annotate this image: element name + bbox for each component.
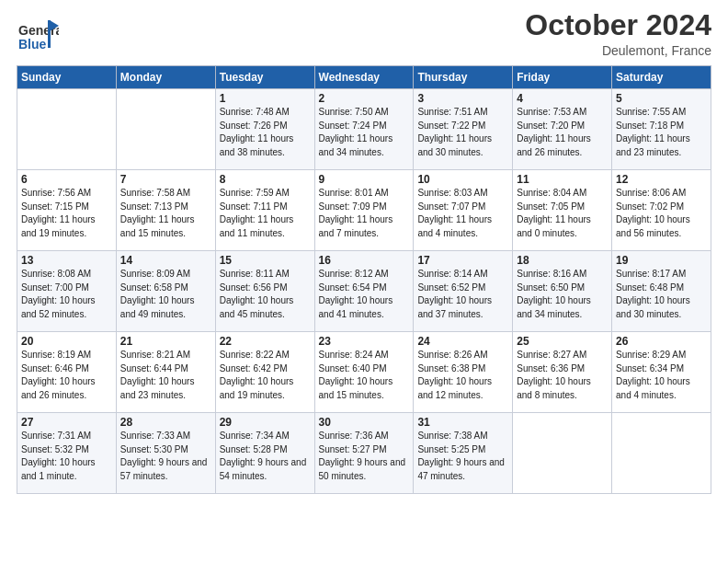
day-info: Sunrise: 7:51 AMSunset: 7:22 PMDaylight:…	[417, 106, 508, 159]
calendar-cell: 28Sunrise: 7:33 AMSunset: 5:30 PMDayligh…	[116, 413, 215, 494]
day-number: 20	[21, 335, 112, 348]
day-number: 8	[220, 173, 311, 186]
day-info: Sunrise: 7:33 AMSunset: 5:30 PMDaylight:…	[120, 430, 211, 483]
day-info: Sunrise: 7:50 AMSunset: 7:24 PMDaylight:…	[319, 106, 410, 159]
week-row-4: 27Sunrise: 7:31 AMSunset: 5:32 PMDayligh…	[17, 413, 711, 494]
calendar-cell: 12Sunrise: 8:06 AMSunset: 7:02 PMDayligh…	[612, 170, 711, 251]
page-header: General Blue October 2024 Deulemont, Fra…	[17, 9, 711, 58]
day-info: Sunrise: 8:24 AMSunset: 6:40 PMDaylight:…	[319, 349, 410, 402]
calendar-cell: 4Sunrise: 7:53 AMSunset: 7:20 PMDaylight…	[513, 89, 612, 170]
calendar-cell	[612, 413, 711, 494]
day-info: Sunrise: 7:56 AMSunset: 7:15 PMDaylight:…	[21, 187, 112, 240]
day-info: Sunrise: 7:59 AMSunset: 7:11 PMDaylight:…	[220, 187, 311, 240]
day-info: Sunrise: 8:29 AMSunset: 6:34 PMDaylight:…	[616, 349, 707, 402]
calendar-cell: 20Sunrise: 8:19 AMSunset: 6:46 PMDayligh…	[17, 332, 117, 413]
day-info: Sunrise: 8:16 AMSunset: 6:50 PMDaylight:…	[517, 268, 608, 321]
calendar-cell: 26Sunrise: 8:29 AMSunset: 6:34 PMDayligh…	[612, 332, 711, 413]
day-info: Sunrise: 7:48 AMSunset: 7:26 PMDaylight:…	[220, 106, 311, 159]
day-number: 29	[220, 416, 311, 429]
calendar-cell: 22Sunrise: 8:22 AMSunset: 6:42 PMDayligh…	[215, 332, 314, 413]
week-row-3: 20Sunrise: 8:19 AMSunset: 6:46 PMDayligh…	[17, 332, 711, 413]
day-number: 31	[417, 416, 508, 429]
calendar-cell: 2Sunrise: 7:50 AMSunset: 7:24 PMDaylight…	[314, 89, 414, 170]
day-info: Sunrise: 7:55 AMSunset: 7:18 PMDaylight:…	[616, 106, 707, 159]
day-number: 27	[21, 416, 112, 429]
day-number: 17	[417, 254, 508, 267]
day-number: 2	[319, 92, 410, 105]
calendar-cell: 5Sunrise: 7:55 AMSunset: 7:18 PMDaylight…	[612, 89, 711, 170]
day-info: Sunrise: 8:03 AMSunset: 7:07 PMDaylight:…	[417, 187, 508, 240]
calendar-cell: 25Sunrise: 8:27 AMSunset: 6:36 PMDayligh…	[513, 332, 612, 413]
day-number: 15	[220, 254, 311, 267]
weekday-tuesday: Tuesday	[215, 66, 314, 89]
calendar-cell: 1Sunrise: 7:48 AMSunset: 7:26 PMDaylight…	[215, 89, 314, 170]
day-number: 6	[21, 173, 112, 186]
calendar-cell: 23Sunrise: 8:24 AMSunset: 6:40 PMDayligh…	[314, 332, 414, 413]
calendar-page: General Blue October 2024 Deulemont, Fra…	[0, 0, 728, 563]
day-number: 19	[616, 254, 707, 267]
day-info: Sunrise: 7:58 AMSunset: 7:13 PMDaylight:…	[120, 187, 211, 240]
calendar-cell	[513, 413, 612, 494]
day-number: 4	[517, 92, 608, 105]
day-info: Sunrise: 7:36 AMSunset: 5:27 PMDaylight:…	[319, 430, 410, 483]
calendar-cell: 17Sunrise: 8:14 AMSunset: 6:52 PMDayligh…	[414, 251, 513, 332]
day-number: 28	[120, 416, 211, 429]
calendar-cell: 27Sunrise: 7:31 AMSunset: 5:32 PMDayligh…	[17, 413, 117, 494]
day-number: 14	[120, 254, 211, 267]
svg-rect-3	[48, 20, 51, 48]
svg-text:Blue: Blue	[18, 37, 47, 52]
day-number: 1	[220, 92, 311, 105]
day-number: 23	[319, 335, 410, 348]
calendar-cell: 13Sunrise: 8:08 AMSunset: 7:00 PMDayligh…	[17, 251, 117, 332]
calendar-table: SundayMondayTuesdayWednesdayThursdayFrid…	[17, 65, 711, 494]
title-block: October 2024 Deulemont, France	[525, 9, 711, 58]
day-info: Sunrise: 8:19 AMSunset: 6:46 PMDaylight:…	[21, 349, 112, 402]
calendar-cell: 11Sunrise: 8:04 AMSunset: 7:05 PMDayligh…	[513, 170, 612, 251]
day-info: Sunrise: 8:06 AMSunset: 7:02 PMDaylight:…	[616, 187, 707, 240]
month-title: October 2024	[525, 9, 711, 41]
day-info: Sunrise: 8:21 AMSunset: 6:44 PMDaylight:…	[120, 349, 211, 402]
calendar-cell: 14Sunrise: 8:09 AMSunset: 6:58 PMDayligh…	[116, 251, 215, 332]
day-info: Sunrise: 8:11 AMSunset: 6:56 PMDaylight:…	[220, 268, 311, 321]
weekday-thursday: Thursday	[414, 66, 513, 89]
day-info: Sunrise: 7:38 AMSunset: 5:25 PMDaylight:…	[417, 430, 508, 483]
day-info: Sunrise: 8:04 AMSunset: 7:05 PMDaylight:…	[517, 187, 608, 240]
day-number: 18	[517, 254, 608, 267]
day-number: 30	[319, 416, 410, 429]
day-number: 3	[417, 92, 508, 105]
calendar-cell: 30Sunrise: 7:36 AMSunset: 5:27 PMDayligh…	[314, 413, 414, 494]
day-number: 26	[616, 335, 707, 348]
calendar-cell: 16Sunrise: 8:12 AMSunset: 6:54 PMDayligh…	[314, 251, 414, 332]
logo-icon: General Blue	[17, 15, 59, 57]
calendar-cell: 29Sunrise: 7:34 AMSunset: 5:28 PMDayligh…	[215, 413, 314, 494]
day-number: 5	[616, 92, 707, 105]
day-info: Sunrise: 8:14 AMSunset: 6:52 PMDaylight:…	[417, 268, 508, 321]
weekday-friday: Friday	[513, 66, 612, 89]
weekday-saturday: Saturday	[612, 66, 711, 89]
day-info: Sunrise: 8:01 AMSunset: 7:09 PMDaylight:…	[319, 187, 410, 240]
calendar-cell: 15Sunrise: 8:11 AMSunset: 6:56 PMDayligh…	[215, 251, 314, 332]
day-info: Sunrise: 8:17 AMSunset: 6:48 PMDaylight:…	[616, 268, 707, 321]
calendar-cell	[17, 89, 117, 170]
logo: General Blue	[17, 15, 59, 57]
day-info: Sunrise: 8:12 AMSunset: 6:54 PMDaylight:…	[319, 268, 410, 321]
day-number: 22	[220, 335, 311, 348]
weekday-monday: Monday	[116, 66, 215, 89]
day-number: 21	[120, 335, 211, 348]
day-info: Sunrise: 8:08 AMSunset: 7:00 PMDaylight:…	[21, 268, 112, 321]
day-info: Sunrise: 8:26 AMSunset: 6:38 PMDaylight:…	[417, 349, 508, 402]
day-number: 10	[417, 173, 508, 186]
day-number: 9	[319, 173, 410, 186]
weekday-header-row: SundayMondayTuesdayWednesdayThursdayFrid…	[17, 66, 711, 89]
day-info: Sunrise: 8:22 AMSunset: 6:42 PMDaylight:…	[220, 349, 311, 402]
day-number: 24	[417, 335, 508, 348]
calendar-cell: 18Sunrise: 8:16 AMSunset: 6:50 PMDayligh…	[513, 251, 612, 332]
calendar-cell: 6Sunrise: 7:56 AMSunset: 7:15 PMDaylight…	[17, 170, 117, 251]
weekday-wednesday: Wednesday	[314, 66, 414, 89]
calendar-cell: 19Sunrise: 8:17 AMSunset: 6:48 PMDayligh…	[612, 251, 711, 332]
calendar-cell: 21Sunrise: 8:21 AMSunset: 6:44 PMDayligh…	[116, 332, 215, 413]
location: Deulemont, France	[525, 43, 711, 58]
day-number: 11	[517, 173, 608, 186]
week-row-0: 1Sunrise: 7:48 AMSunset: 7:26 PMDaylight…	[17, 89, 711, 170]
day-number: 16	[319, 254, 410, 267]
